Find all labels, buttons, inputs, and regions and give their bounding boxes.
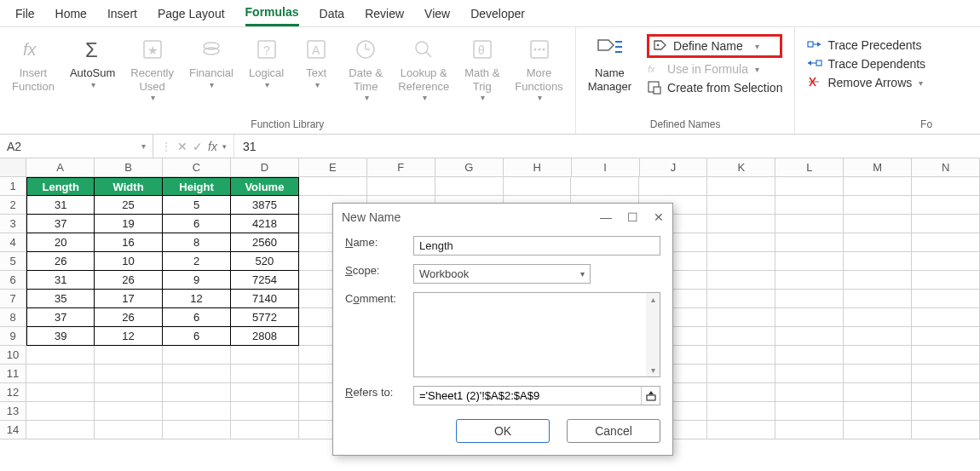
cell[interactable] xyxy=(775,346,844,365)
cell[interactable]: 8 xyxy=(163,233,231,252)
row-header[interactable]: 11 xyxy=(0,365,26,383)
cell[interactable] xyxy=(912,252,980,271)
cell[interactable] xyxy=(775,383,844,402)
tab-view[interactable]: View xyxy=(424,2,450,26)
row-header[interactable]: 1 xyxy=(0,177,26,196)
name-input[interactable] xyxy=(413,236,660,256)
minimize-icon[interactable]: — xyxy=(600,210,612,224)
cell[interactable]: 4218 xyxy=(231,215,299,233)
cell[interactable]: 6 xyxy=(163,308,231,327)
cell[interactable] xyxy=(26,346,95,365)
cell[interactable]: 6 xyxy=(163,215,231,233)
financial-button[interactable]: Financial▾ xyxy=(182,31,240,94)
cell[interactable] xyxy=(775,327,844,346)
cell[interactable] xyxy=(231,346,299,365)
cell[interactable] xyxy=(775,177,844,196)
col-header[interactable]: G xyxy=(435,158,504,177)
math-trig-button[interactable]: θ Math & Trig▾ xyxy=(458,31,506,106)
cell[interactable] xyxy=(26,365,95,383)
cell[interactable] xyxy=(95,402,163,421)
scrollbar[interactable]: ▴▾ xyxy=(646,293,660,376)
cell[interactable]: Width xyxy=(95,177,163,196)
cell[interactable]: 19 xyxy=(95,215,163,233)
cell[interactable] xyxy=(844,177,912,196)
cell[interactable] xyxy=(26,383,95,402)
trace-precedents-button[interactable]: Trace Precedents xyxy=(807,37,925,53)
recently-used-button[interactable]: ★ Recently Used▾ xyxy=(124,31,181,106)
ok-button[interactable]: OK xyxy=(456,419,550,443)
cell[interactable]: 12 xyxy=(95,327,163,346)
cell[interactable]: 3875 xyxy=(231,196,299,215)
cell[interactable]: 17 xyxy=(95,290,163,308)
col-header[interactable]: N xyxy=(912,158,980,177)
cell[interactable]: Height xyxy=(163,177,231,196)
fx-icon[interactable]: fx xyxy=(208,140,217,153)
cell[interactable] xyxy=(844,327,912,346)
cell[interactable] xyxy=(844,383,912,402)
cell[interactable] xyxy=(367,177,435,196)
autosum-button[interactable]: Σ AutoSum ▾ xyxy=(63,31,122,94)
cell[interactable] xyxy=(707,233,775,252)
enter-icon[interactable]: ✓ xyxy=(193,140,203,153)
cell[interactable] xyxy=(775,402,844,421)
col-header[interactable]: B xyxy=(95,158,163,177)
cell[interactable]: 39 xyxy=(26,327,95,346)
cell[interactable] xyxy=(95,421,163,439)
cell[interactable] xyxy=(775,365,844,383)
cell[interactable] xyxy=(775,290,844,308)
cell[interactable] xyxy=(844,346,912,365)
row-header[interactable]: 12 xyxy=(0,383,26,402)
insert-function-button[interactable]: fx Insert Function xyxy=(5,31,61,96)
cell[interactable]: 9 xyxy=(163,271,231,290)
cell[interactable]: 25 xyxy=(95,196,163,215)
cell[interactable]: 26 xyxy=(95,271,163,290)
cell[interactable] xyxy=(504,177,572,196)
cell[interactable] xyxy=(844,290,912,308)
row-header[interactable]: 13 xyxy=(0,402,26,421)
cell[interactable]: 20 xyxy=(26,233,95,252)
cell[interactable] xyxy=(912,383,980,402)
text-button[interactable]: A Text▾ xyxy=(292,31,340,94)
use-in-formula-button[interactable]: fx Use in Formula ▾ xyxy=(647,61,782,77)
cell[interactable] xyxy=(775,233,844,252)
cell[interactable] xyxy=(775,196,844,215)
select-all-corner[interactable] xyxy=(0,158,26,177)
cell[interactable]: 7254 xyxy=(231,271,299,290)
cell[interactable]: 37 xyxy=(26,215,95,233)
cell[interactable]: 37 xyxy=(26,308,95,327)
trace-dependents-button[interactable]: Trace Dependents xyxy=(807,56,925,72)
cancel-icon[interactable]: ✕ xyxy=(177,140,187,153)
cell[interactable] xyxy=(844,252,912,271)
cell[interactable] xyxy=(707,252,775,271)
cell[interactable] xyxy=(912,402,980,421)
cell[interactable]: Length xyxy=(26,177,95,196)
cell[interactable] xyxy=(775,421,844,439)
col-header[interactable]: H xyxy=(504,158,572,177)
cell[interactable] xyxy=(26,421,95,439)
row-header[interactable]: 5 xyxy=(0,252,26,271)
cell[interactable] xyxy=(707,290,775,308)
row-header[interactable]: 9 xyxy=(0,327,26,346)
cell[interactable] xyxy=(163,365,231,383)
cell[interactable] xyxy=(707,177,775,196)
col-header[interactable]: I xyxy=(572,158,640,177)
cell[interactable] xyxy=(844,365,912,383)
cell[interactable] xyxy=(912,327,980,346)
define-name-button[interactable]: Define Name ▾ xyxy=(647,34,782,58)
cell[interactable]: 2808 xyxy=(231,327,299,346)
row-header[interactable]: 10 xyxy=(0,346,26,365)
range-picker-icon[interactable] xyxy=(641,387,660,405)
tab-insert[interactable]: Insert xyxy=(107,2,137,26)
cell[interactable] xyxy=(163,421,231,439)
name-manager-button[interactable]: Name Manager xyxy=(581,31,638,96)
chevron-down-icon[interactable]: ▾ xyxy=(222,142,227,151)
cell[interactable] xyxy=(912,196,980,215)
lookup-reference-button[interactable]: Lookup & Reference▾ xyxy=(391,31,456,106)
tab-home[interactable]: Home xyxy=(55,2,87,26)
cell[interactable] xyxy=(912,365,980,383)
create-from-selection-button[interactable]: Create from Selection xyxy=(647,80,782,95)
tab-file[interactable]: File xyxy=(15,2,35,26)
cell[interactable]: 2560 xyxy=(231,233,299,252)
col-header[interactable]: E xyxy=(299,158,367,177)
cancel-button[interactable]: Cancel xyxy=(567,419,660,443)
